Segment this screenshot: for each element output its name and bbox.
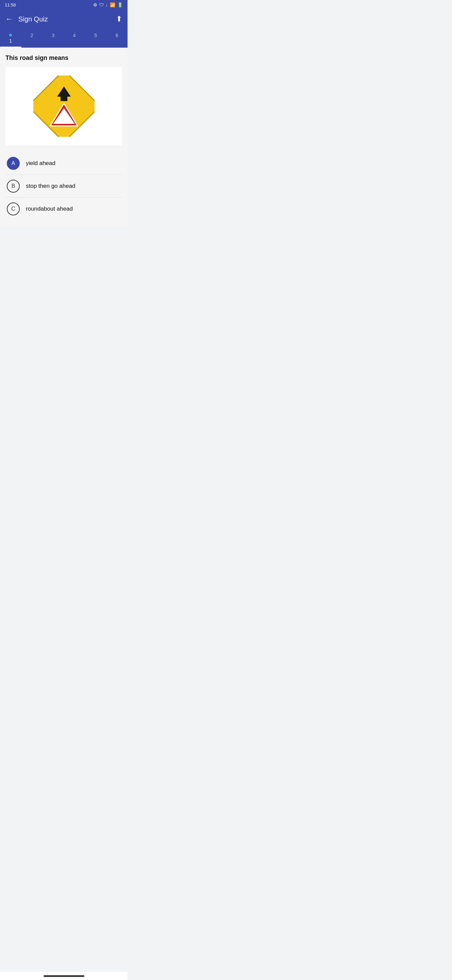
road-sign-svg [33,76,95,137]
tab-4[interactable]: 4 [64,29,86,48]
upload-button[interactable]: ⬆ [116,14,122,24]
content-area: This road sign means A yield ahead B sto… [0,48,127,227]
answer-option-b[interactable]: B stop then go ahead [5,175,122,198]
answer-option-c[interactable]: C roundabout ahead [5,198,122,220]
option-letter-c: C [11,206,15,212]
shield-icon: 🛡 [99,2,104,8]
settings-icon: ⚙ [93,2,97,8]
tab-1-label: 1 [9,38,12,43]
tab-4-label: 4 [73,33,76,38]
answer-option-a[interactable]: A yield ahead [5,152,122,175]
app-bar: ← Sign Quiz ⬆ [0,10,127,29]
option-circle-c: C [7,202,20,215]
download-icon: ↓ [106,2,108,8]
status-icons: ⚙ 🛡 ↓ 📶 🔋 [93,2,123,8]
tab-6-label: 6 [116,33,118,38]
tab-3-label: 3 [52,33,54,38]
time-display: 11:58 [5,2,16,8]
tab-5[interactable]: 5 [85,29,106,48]
tab-6[interactable]: 6 [106,29,128,48]
option-circle-b: B [7,180,20,192]
tab-5-label: 5 [94,33,97,38]
tab-2-label: 2 [31,33,33,38]
option-text-b: stop then go ahead [26,183,76,189]
app-bar-title: Sign Quiz [18,15,116,23]
sign-image-container [5,67,122,145]
question-title: This road sign means [5,54,122,62]
answer-options: A yield ahead B stop then go ahead C rou… [5,152,122,220]
option-circle-a: A [7,157,20,170]
option-letter-a: A [11,160,15,166]
option-text-c: roundabout ahead [26,205,73,212]
battery-icon: 🔋 [117,2,123,8]
option-text-a: yield ahead [26,160,56,167]
signal-icon: 📶 [110,2,115,8]
status-time: 11:58 [5,2,16,8]
option-letter-b: B [11,183,15,189]
back-button[interactable]: ← [5,14,13,24]
tab-3[interactable]: 3 [43,29,64,48]
tab-1[interactable]: 1 [0,29,21,48]
tabs-bar: 1 2 3 4 5 6 [0,29,127,48]
tab-2[interactable]: 2 [21,29,43,48]
status-bar: 11:58 ⚙ 🛡 ↓ 📶 🔋 [0,0,127,10]
tab-active-dot [9,34,12,37]
